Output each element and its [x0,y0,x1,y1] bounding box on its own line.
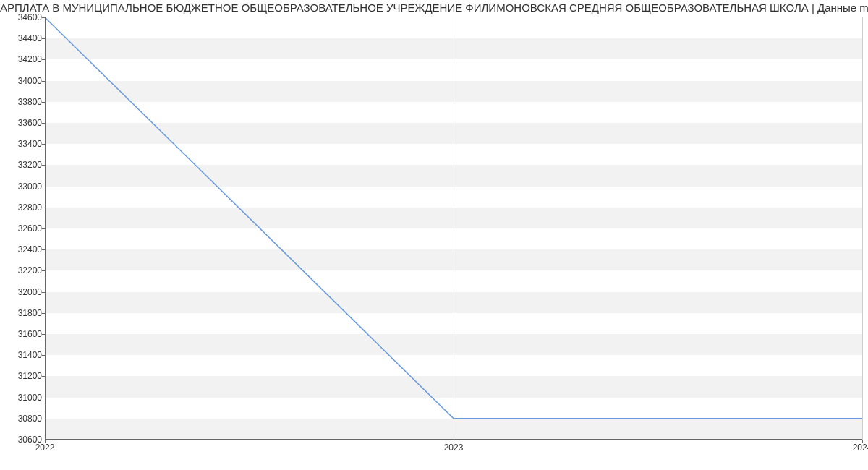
y-tick-label: 32000 [6,287,42,297]
y-tick-label: 30600 [6,435,42,445]
x-tick-label: 2024 [853,443,868,453]
y-tick-label: 34000 [6,76,42,86]
data-line [45,17,862,419]
y-tick-label: 33600 [6,118,42,128]
y-tick-label: 30800 [6,414,42,424]
y-tick [42,144,45,145]
y-tick [42,376,45,377]
y-tick [42,313,45,314]
y-tick [42,208,45,208]
y-tick [42,59,45,60]
y-tick-label: 32600 [6,223,42,234]
y-tick-label: 34600 [6,12,42,22]
y-tick [42,440,45,440]
y-tick [42,81,45,82]
y-tick-label: 33800 [6,97,42,107]
y-tick [42,187,45,187]
y-tick-label: 33400 [6,139,42,149]
y-tick [42,123,45,124]
chart-container: АРПЛАТА В МУНИЦИПАЛЬНОЕ БЮДЖЕТНОЕ ОБЩЕОБ… [0,0,868,470]
y-tick [42,419,45,419]
x-gridline [862,17,863,440]
y-tick-label: 33000 [6,181,42,192]
y-tick-label: 31200 [6,371,42,381]
y-axis [45,17,46,440]
plot-area [45,17,862,440]
y-tick [42,398,45,398]
y-tick [42,292,45,293]
y-tick [42,17,45,18]
y-tick-label: 34400 [6,33,42,43]
y-tick-label: 31000 [6,393,42,403]
y-tick-label: 33200 [6,160,42,170]
y-tick [42,270,45,271]
y-tick [42,102,45,103]
y-tick [42,38,45,39]
y-tick-label: 34200 [6,54,42,64]
y-tick-label: 31400 [6,350,42,360]
y-tick [42,355,45,356]
y-tick [42,165,45,166]
chart-title: АРПЛАТА В МУНИЦИПАЛЬНОЕ БЮДЖЕТНОЕ ОБЩЕОБ… [0,1,868,14]
y-tick-label: 31800 [6,308,42,318]
y-tick-label: 32200 [6,265,42,275]
y-tick [42,249,45,250]
y-tick [42,334,45,335]
y-tick-label: 32800 [6,202,42,213]
x-tick-label: 2023 [444,443,464,453]
y-tick-label: 32400 [6,244,42,255]
y-tick-label: 31600 [6,329,42,339]
chart-line-layer [45,17,862,440]
y-tick [42,228,45,229]
